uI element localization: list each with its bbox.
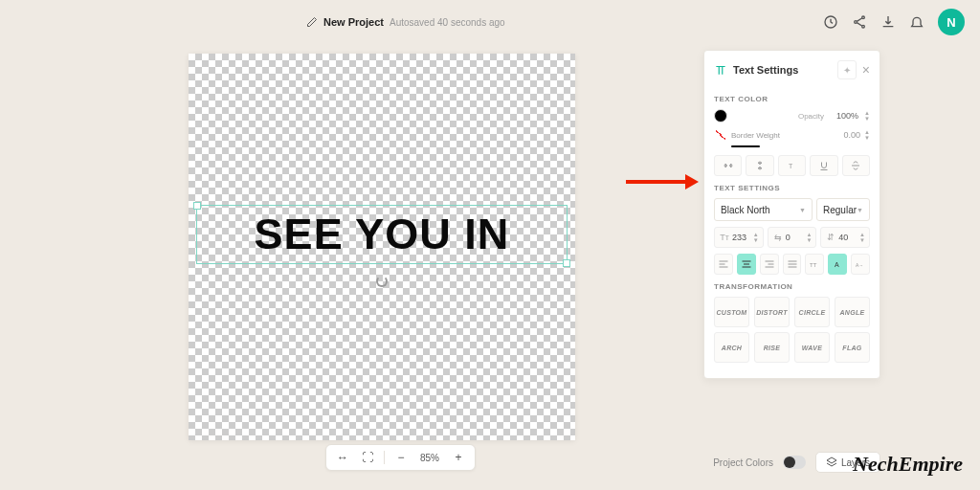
chevron-down-icon: ▼ [799, 207, 806, 213]
close-icon[interactable]: × [862, 62, 870, 78]
text-case-icon[interactable]: TT [805, 254, 824, 275]
svg-point-3 [862, 25, 865, 28]
font-weight-select[interactable]: Regular ▼ [816, 198, 870, 221]
text-direction-icon[interactable]: A [828, 254, 847, 275]
project-colors-toggle[interactable] [783, 456, 806, 469]
avatar[interactable]: N [938, 9, 965, 35]
loading-spinner [376, 276, 388, 287]
color-swatch[interactable] [714, 109, 727, 122]
lineheight-icon: ⇵ [825, 233, 836, 242]
transform-rise[interactable]: RISE [754, 332, 790, 363]
flip-h-icon[interactable] [714, 155, 742, 176]
border-weight-value: 0.00 [844, 130, 861, 140]
bell-icon[interactable] [909, 14, 924, 30]
transform-grid: CUSTOM DISTORT CIRCLE ANGLE ARCH RISE WA… [714, 297, 870, 363]
fit-screen-icon[interactable]: ⛶ [359, 449, 376, 466]
border-stepper[interactable]: ▲▼ [864, 129, 870, 141]
transformation-label: TRANSFORMATION [714, 282, 870, 291]
svg-text:T: T [789, 163, 793, 169]
svg-text:A: A [835, 261, 839, 268]
transform-distort[interactable]: DISTORT [754, 297, 790, 327]
chevron-down-icon: ▼ [857, 207, 863, 213]
project-colors-label: Project Colors [713, 457, 773, 468]
transform-flag[interactable]: FLAG [835, 332, 870, 363]
text-selection-box[interactable]: SEE YOU IN [196, 205, 568, 264]
annotation-arrow [626, 176, 699, 188]
font-name: Black North [721, 205, 770, 215]
transform-wave[interactable]: WAVE [794, 332, 830, 363]
layers-icon [826, 457, 837, 468]
canvas[interactable]: SEE YOU IN [189, 54, 575, 440]
zoom-bar: ↔ ⛶ − 85% + [325, 444, 476, 471]
history-icon[interactable] [823, 14, 838, 30]
project-name[interactable]: New Project [323, 16, 384, 28]
transform-custom[interactable]: CUSTOM [714, 297, 749, 327]
border-weight-label: Border Weight [731, 131, 780, 140]
top-bar: New Project Autosaved 40 seconds ago N [0, 0, 980, 44]
text-rtl-icon[interactable]: A→ [851, 254, 870, 275]
transform-angle[interactable]: ANGLE [835, 297, 870, 327]
font-size-input[interactable]: Tт233▲▼ [714, 227, 764, 248]
panel-title: Text Settings [733, 64, 798, 76]
fit-width-icon[interactable]: ↔ [334, 449, 351, 466]
text-color-label: TEXT COLOR [714, 95, 870, 103]
line-height-input[interactable]: ⇵40▲▼ [820, 227, 870, 248]
divider [384, 451, 385, 464]
autosave-text: Autosaved 40 seconds ago [390, 17, 505, 28]
size-icon: Tт [719, 233, 730, 242]
no-border-icon[interactable] [714, 128, 727, 142]
letter-spacing-input[interactable]: ⇆0▲▼ [768, 227, 817, 248]
svg-text:A→: A→ [856, 262, 863, 268]
opacity-value: 100% [830, 111, 858, 121]
uppercase-icon[interactable]: T [778, 155, 806, 176]
font-family-select[interactable]: Black North ▼ [714, 198, 813, 221]
transform-arch[interactable]: ARCH [714, 332, 749, 363]
flip-v-icon[interactable] [746, 155, 773, 176]
align-right-icon[interactable] [760, 254, 779, 275]
opacity-stepper[interactable]: ▲▼ [864, 110, 870, 122]
topbar-actions: N [823, 9, 965, 35]
align-center-icon[interactable] [737, 254, 756, 275]
zoom-value: 85% [417, 453, 442, 463]
font-weight: Regular [823, 205, 857, 215]
align-left-icon[interactable] [714, 254, 733, 275]
add-preset-icon[interactable]: ✦ [837, 60, 857, 79]
underline-icon[interactable] [810, 155, 837, 176]
text-settings-label: TEXT SETTINGS [714, 184, 870, 192]
pencil-icon [306, 16, 318, 28]
share-icon[interactable] [852, 14, 867, 30]
canvas-text[interactable]: SEE YOU IN [255, 210, 510, 259]
svg-point-1 [862, 16, 865, 19]
zoom-in-button[interactable]: + [450, 449, 467, 466]
transform-circle[interactable]: CIRCLE [794, 297, 830, 327]
border-preview [731, 145, 760, 147]
strikethrough-icon[interactable] [842, 155, 870, 176]
download-icon[interactable] [880, 14, 896, 30]
watermark: NechEmpire [853, 452, 963, 477]
text-icon [714, 63, 727, 77]
svg-text:TT: TT [810, 262, 817, 268]
opacity-label: Opacity [798, 112, 824, 121]
text-settings-panel: Text Settings ✦ × TEXT COLOR Opacity 100… [703, 50, 880, 379]
align-justify-icon[interactable] [783, 254, 802, 275]
svg-point-2 [855, 21, 858, 24]
spacing-icon: ⇆ [772, 233, 784, 242]
project-info: New Project Autosaved 40 seconds ago [306, 16, 505, 28]
zoom-out-button[interactable]: − [392, 449, 410, 466]
